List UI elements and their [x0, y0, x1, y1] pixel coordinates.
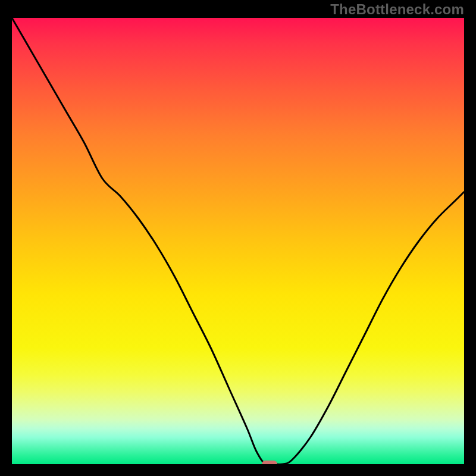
bottleneck-curve	[12, 18, 464, 464]
chart-frame: TheBottleneck.com	[0, 0, 476, 476]
optimum-marker	[262, 461, 277, 464]
watermark: TheBottleneck.com	[330, 1, 464, 18]
plot-area	[12, 18, 464, 464]
